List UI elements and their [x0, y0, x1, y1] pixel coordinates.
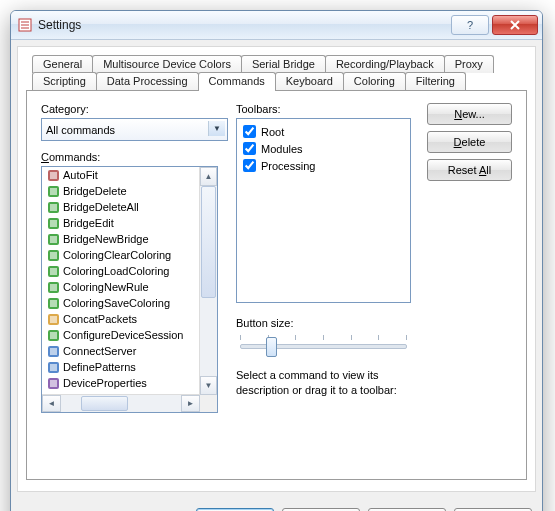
command-icon — [46, 216, 60, 230]
tab-keyboard[interactable]: Keyboard — [275, 72, 344, 91]
command-label: DefinePatterns — [63, 361, 136, 373]
tab-coloring[interactable]: Coloring — [343, 72, 406, 91]
tab-recording-playback[interactable]: Recording/Playback — [325, 55, 445, 73]
svg-rect-3 — [50, 172, 57, 179]
svg-rect-9 — [50, 220, 57, 227]
toolbar-checkbox[interactable] — [243, 125, 256, 138]
command-label: ColoringSaveColoring — [63, 297, 170, 309]
delete-button[interactable]: Delete — [427, 131, 512, 153]
tab-proxy[interactable]: Proxy — [444, 55, 494, 73]
client-area: GeneralMultisource Device ColorsSerial B… — [17, 46, 536, 492]
toolbars-label: Toolbars: — [236, 103, 411, 115]
list-item[interactable]: DeviceProperties — [42, 375, 200, 391]
settings-dialog: Settings ? GeneralMultisource Device Col… — [10, 10, 543, 511]
toolbar-item[interactable]: Processing — [243, 157, 404, 174]
scroll-thumb[interactable] — [201, 186, 216, 298]
dialog-buttons: OK Cancel Apply Help — [11, 498, 542, 511]
toolbar-checkbox[interactable] — [243, 159, 256, 172]
toolbar-label: Modules — [261, 143, 303, 155]
command-label: ColoringNewRule — [63, 281, 149, 293]
command-label: AutoFit — [63, 169, 98, 181]
scroll-right-icon[interactable]: ► — [181, 395, 200, 412]
list-item[interactable]: BridgeNewBridge — [42, 231, 200, 247]
command-label: ConfigureDeviceSession — [63, 329, 183, 341]
help-button[interactable]: ? — [451, 15, 489, 35]
list-item[interactable]: ConnectServer — [42, 343, 200, 359]
toolbars-listbox[interactable]: RootModulesProcessing — [236, 118, 411, 303]
scroll-left-icon[interactable]: ◄ — [42, 395, 61, 412]
category-label: Category: — [41, 103, 218, 115]
svg-rect-29 — [50, 380, 57, 387]
list-item[interactable]: ConcatPackets — [42, 311, 200, 327]
command-icon — [46, 312, 60, 326]
reset-all-button[interactable]: Reset All — [427, 159, 512, 181]
command-label: BridgeDelete — [63, 185, 127, 197]
svg-rect-21 — [50, 316, 57, 323]
command-label: BridgeNewBridge — [63, 233, 149, 245]
list-item[interactable]: BridgeDeleteAll — [42, 199, 200, 215]
command-label: BridgeDeleteAll — [63, 201, 139, 213]
list-item[interactable]: DefinePatterns — [42, 359, 200, 375]
vertical-scrollbar[interactable]: ▲ ▼ — [199, 167, 217, 395]
command-label: BridgeEdit — [63, 217, 114, 229]
tab-scripting[interactable]: Scripting — [32, 72, 97, 91]
command-label: ColoringLoadColoring — [63, 265, 169, 277]
svg-rect-23 — [50, 332, 57, 339]
horizontal-scrollbar[interactable]: ◄ ► — [42, 394, 200, 412]
tab-commands[interactable]: Commands — [198, 72, 276, 91]
chevron-down-icon: ▼ — [208, 121, 225, 136]
tab-general[interactable]: General — [32, 55, 93, 73]
command-icon — [46, 264, 60, 278]
command-label: ConnectServer — [63, 345, 136, 357]
app-icon — [17, 17, 33, 33]
list-item[interactable]: ColoringClearColoring — [42, 247, 200, 263]
tab-panel-commands: Category: All commands ▼ Commands: AutoF… — [26, 90, 527, 480]
svg-rect-13 — [50, 252, 57, 259]
svg-rect-7 — [50, 204, 57, 211]
command-icon — [46, 296, 60, 310]
titlebar[interactable]: Settings ? — [11, 11, 542, 40]
category-combobox[interactable]: All commands ▼ — [41, 118, 228, 141]
list-item[interactable]: BridgeDelete — [42, 183, 200, 199]
command-label: ColoringClearColoring — [63, 249, 171, 261]
slider-thumb[interactable] — [266, 337, 277, 357]
hscroll-thumb[interactable] — [81, 396, 128, 411]
command-icon — [46, 184, 60, 198]
command-label: DeviceProperties — [63, 377, 147, 389]
list-item[interactable]: ColoringNewRule — [42, 279, 200, 295]
command-icon — [46, 360, 60, 374]
category-value: All commands — [46, 124, 115, 136]
scroll-down-icon[interactable]: ▼ — [200, 376, 217, 395]
tab-serial-bridge[interactable]: Serial Bridge — [241, 55, 326, 73]
toolbar-label: Processing — [261, 160, 315, 172]
svg-rect-15 — [50, 268, 57, 275]
tab-multisource-device-colors[interactable]: Multisource Device Colors — [92, 55, 242, 73]
svg-rect-11 — [50, 236, 57, 243]
tab-filtering[interactable]: Filtering — [405, 72, 466, 91]
window-title: Settings — [38, 18, 451, 32]
command-icon — [46, 232, 60, 246]
svg-rect-27 — [50, 364, 57, 371]
scroll-up-icon[interactable]: ▲ — [200, 167, 217, 186]
toolbar-checkbox[interactable] — [243, 142, 256, 155]
svg-rect-5 — [50, 188, 57, 195]
close-button[interactable] — [492, 15, 538, 35]
svg-rect-17 — [50, 284, 57, 291]
command-icon — [46, 168, 60, 182]
list-item[interactable]: ColoringSaveColoring — [42, 295, 200, 311]
toolbar-item[interactable]: Modules — [243, 140, 404, 157]
list-item[interactable]: BridgeEdit — [42, 215, 200, 231]
commands-listbox[interactable]: AutoFitBridgeDeleteBridgeDeleteAllBridge… — [41, 166, 218, 413]
new-button[interactable]: New... — [427, 103, 512, 125]
description-text: Select a command to view its description… — [236, 368, 411, 398]
list-item[interactable]: ConfigureDeviceSession — [42, 327, 200, 343]
list-item[interactable]: AutoFit — [42, 167, 200, 183]
tab-data-processing[interactable]: Data Processing — [96, 72, 199, 91]
button-size-slider[interactable] — [236, 332, 411, 358]
svg-rect-19 — [50, 300, 57, 307]
svg-rect-25 — [50, 348, 57, 355]
list-item[interactable]: ColoringLoadColoring — [42, 263, 200, 279]
command-icon — [46, 376, 60, 390]
toolbar-item[interactable]: Root — [243, 123, 404, 140]
command-icon — [46, 344, 60, 358]
